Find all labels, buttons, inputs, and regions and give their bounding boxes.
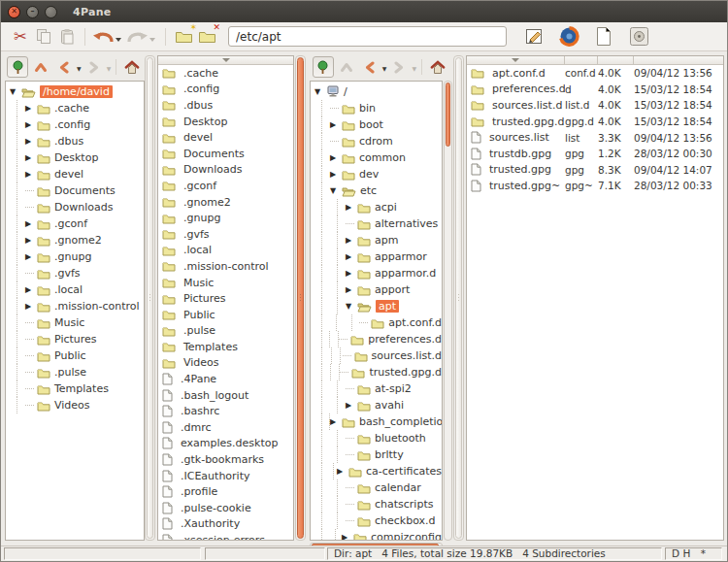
list-item[interactable]: .cache — [158, 65, 293, 82]
tree-item[interactable]: bin — [311, 100, 442, 116]
tree-item[interactable]: ▶common — [311, 149, 442, 166]
back-button[interactable] — [53, 56, 75, 78]
redo-dropdown[interactable] — [149, 38, 155, 42]
list-item[interactable]: .dmrc — [158, 419, 293, 436]
table-row[interactable]: sources.listlist3.3K09/04/12 13:56 — [467, 129, 723, 146]
tree-expander-icon[interactable]: ▼ — [346, 302, 357, 311]
path-input[interactable] — [228, 26, 507, 47]
tree-expander-icon[interactable]: ▶ — [25, 302, 37, 311]
tree-expander-icon[interactable]: ▼ — [330, 186, 342, 195]
tree-item[interactable]: ▶.local — [6, 281, 144, 298]
up-directory-button[interactable] — [30, 56, 51, 78]
tree-item[interactable]: sources.list.d — [311, 347, 442, 364]
tree-item[interactable]: ▶.config — [6, 116, 144, 133]
table-row[interactable]: trusted.gpg.dgpg.d4.0K15/03/12 18:54 — [467, 114, 723, 130]
tree-item[interactable]: brltty — [311, 446, 442, 463]
tree-item[interactable]: .pulse — [6, 364, 144, 380]
list-item[interactable]: .xsession-errors — [158, 532, 293, 540]
tree-expander-icon[interactable]: ▼ — [10, 87, 21, 96]
right-list-scrollbar[interactable] — [453, 55, 464, 541]
list-item[interactable]: Templates — [158, 339, 293, 355]
up-directory-button[interactable] — [336, 56, 357, 78]
tree-expander-icon[interactable]: ▶ — [346, 252, 357, 261]
redo-button[interactable] — [125, 25, 149, 49]
tree-item[interactable]: ▶acpi — [311, 199, 442, 215]
back-button[interactable] — [359, 56, 381, 78]
browser-button[interactable] — [557, 25, 580, 49]
undo-dropdown[interactable] — [116, 38, 121, 42]
tree-item[interactable]: ▶Desktop — [6, 149, 144, 166]
tree-expander-icon[interactable]: ▶ — [346, 401, 357, 410]
tree-item[interactable]: ▶apparmor.d — [311, 265, 442, 281]
tree-item[interactable]: ▶devel — [6, 166, 144, 182]
tree-expander-icon[interactable]: ▶ — [25, 170, 37, 179]
list-item[interactable]: .gtk-bookmarks — [158, 451, 293, 468]
date-column-header[interactable] — [634, 56, 723, 64]
tree-expander-icon[interactable]: ▶ — [346, 203, 357, 212]
tree-item[interactable]: ▶boot — [311, 116, 442, 133]
close-button[interactable]: ✕ — [8, 6, 20, 18]
list-item[interactable]: .mission-control — [158, 258, 293, 275]
tree-item[interactable]: ▼/home/david — [6, 83, 144, 100]
home-button[interactable] — [427, 56, 448, 78]
list-item[interactable]: .config — [158, 82, 293, 98]
list-item[interactable]: Documents — [158, 146, 293, 162]
tree-item[interactable]: ▶.gnupg — [6, 248, 144, 265]
tree-item[interactable]: ▶.dbus — [6, 133, 144, 149]
right-tree-scrollbar[interactable] — [444, 81, 452, 541]
tree-item[interactable]: preferences.d — [311, 331, 442, 347]
list-item[interactable]: devel — [158, 129, 293, 146]
list-item[interactable]: Desktop — [158, 114, 293, 130]
tree-item[interactable]: ▼apt — [311, 298, 442, 314]
ext-column-header[interactable] — [565, 56, 598, 64]
table-row[interactable]: apt.conf.dconf.d4.0K09/04/12 13:56 — [467, 65, 723, 82]
tree-item[interactable]: Public — [6, 347, 144, 364]
mount-devices-button[interactable] — [627, 25, 650, 49]
table-row[interactable]: trusted.gpggpg8.3K09/04/12 14:07 — [467, 162, 723, 179]
list-item[interactable]: .4Pane — [158, 371, 293, 387]
list-item[interactable]: Pictures — [158, 290, 293, 307]
tree-expander-icon[interactable]: ▶ — [25, 104, 37, 113]
undo-button[interactable] — [91, 25, 115, 49]
tree-item[interactable]: cdrom — [311, 133, 442, 149]
tree-item[interactable]: trusted.gpg.d — [311, 364, 442, 380]
forward-button[interactable] — [388, 56, 410, 78]
list-item[interactable]: examples.desktop — [158, 436, 293, 452]
new-folder-button[interactable]: ✶ — [172, 25, 195, 49]
dirview-toggle-button[interactable] — [7, 56, 28, 78]
list-item[interactable]: .local — [158, 243, 293, 259]
tree-item[interactable]: Downloads — [6, 199, 144, 215]
list-item[interactable]: Public — [158, 307, 293, 323]
tree-expander-icon[interactable]: ▶ — [25, 219, 37, 228]
tree-item[interactable]: Templates — [6, 380, 144, 397]
tree-expander-icon[interactable]: ▶ — [330, 153, 342, 162]
tree-item[interactable]: ▶dev — [311, 166, 442, 182]
list-item[interactable]: .bash_logout — [158, 387, 293, 404]
left-tree-scrollbar[interactable] — [145, 55, 155, 541]
back-history-dropdown[interactable]: ▼ — [382, 65, 387, 72]
back-history-dropdown[interactable]: ▼ — [77, 65, 82, 72]
tree-item[interactable]: bluetooth — [311, 430, 442, 446]
tree-item[interactable]: apt.conf.d — [311, 314, 442, 331]
delete-button[interactable]: ✕ — [195, 25, 218, 49]
tree-item[interactable]: ▶apport — [311, 281, 442, 298]
tree-item[interactable]: ▶.gnome2 — [6, 232, 144, 248]
list-item[interactable]: Music — [158, 275, 293, 291]
tree-item[interactable]: at-spi2 — [311, 380, 442, 397]
maximize-button[interactable] — [45, 6, 57, 18]
paste-button[interactable] — [55, 25, 79, 49]
dirview-toggle-button[interactable] — [313, 56, 334, 78]
list-item[interactable]: Downloads — [158, 162, 293, 179]
list-item[interactable]: .profile — [158, 483, 293, 500]
home-button[interactable] — [121, 56, 143, 78]
forward-history-dropdown[interactable]: ▼ — [107, 65, 112, 72]
list-item[interactable]: .bashrc — [158, 403, 293, 419]
tree-item[interactable]: ▶avahi — [311, 397, 442, 413]
tree-item[interactable]: ▶apparmor — [311, 248, 442, 265]
list-item[interactable]: .pulse-cookie — [158, 500, 293, 516]
table-row[interactable]: sources.list.dlist.d4.0K15/03/12 18:54 — [467, 97, 723, 114]
tree-expander-icon[interactable]: ▶ — [25, 252, 37, 261]
filename-column-header[interactable] — [467, 56, 565, 64]
forward-button[interactable] — [83, 56, 105, 78]
tree-item[interactable]: ▶.mission-control — [6, 298, 144, 314]
